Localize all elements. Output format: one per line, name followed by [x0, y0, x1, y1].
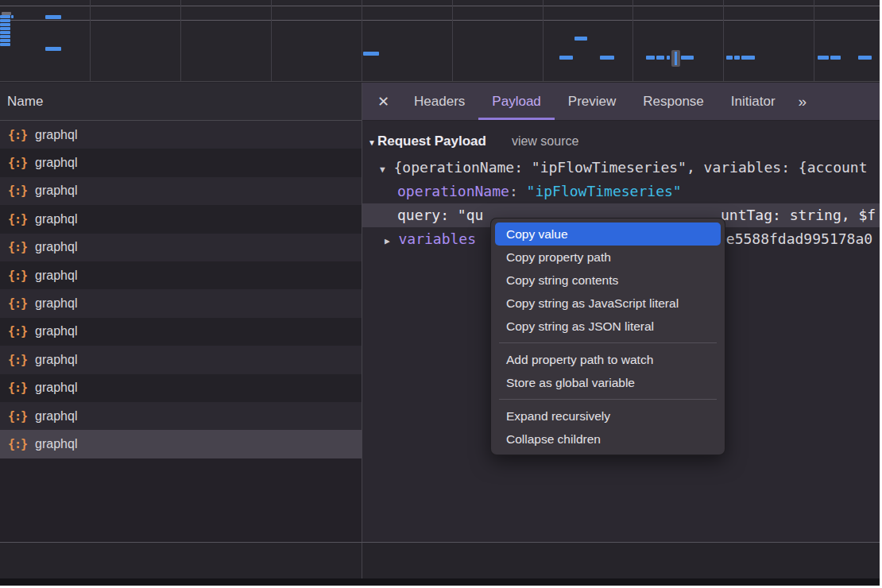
json-braces-icon: {:}: [8, 381, 27, 395]
requests-table: Name {:}graphql{:}graphql{:}graphql{:}gr…: [0, 83, 362, 542]
timeline-gridline-vertical: [632, 0, 633, 82]
request-name-label: graphql: [35, 324, 77, 338]
timeline-gridline-horizontal: [0, 20, 880, 21]
timeline-request-bar: [11, 15, 14, 18]
tabs-container: HeadersPayloadPreviewResponseInitiator: [400, 83, 788, 120]
request-row[interactable]: {:}graphql: [0, 430, 362, 458]
timeline-request-bar: [0, 27, 10, 30]
request-row[interactable]: {:}graphql: [0, 121, 362, 149]
property-key: operationName: [397, 183, 509, 199]
footer-divider: [0, 542, 880, 543]
timeline-gridline-vertical: [362, 0, 362, 82]
view-source-link[interactable]: view source: [512, 134, 578, 149]
json-braces-icon: {:}: [8, 296, 27, 311]
devtools-network-panel: Name {:}graphql{:}graphql{:}graphql{:}gr…: [0, 0, 880, 586]
request-row[interactable]: {:}graphql: [0, 261, 362, 289]
json-braces-icon: {:}: [8, 269, 27, 283]
timeline-request-bar: [656, 56, 664, 60]
menu-item-collapse-children[interactable]: Collapse children: [491, 427, 725, 451]
root-collapse-caret-icon[interactable]: ▼: [380, 164, 385, 175]
tab-response[interactable]: Response: [629, 83, 718, 120]
request-name-label: graphql: [35, 269, 77, 283]
context-menu: Copy valueCopy property pathCopy string …: [490, 218, 725, 455]
timeline-gridline-vertical: [814, 0, 814, 82]
request-row[interactable]: {:}graphql: [0, 205, 362, 233]
menu-item-copy-string-as-json-literal[interactable]: Copy string as JSON literal: [491, 315, 725, 338]
timeline-request-bar: [830, 56, 841, 60]
name-column-header[interactable]: Name: [0, 83, 362, 121]
menu-item-expand-recursively[interactable]: Expand recursively: [491, 404, 725, 427]
query-row-left-text: query: "qu: [397, 207, 483, 223]
request-rows: {:}graphql{:}graphql{:}graphql{:}graphql…: [0, 121, 362, 458]
close-icon[interactable]: ✕: [362, 83, 400, 120]
request-name-label: graphql: [35, 128, 77, 142]
request-row[interactable]: {:}graphql: [0, 318, 362, 346]
menu-item-add-property-path-to-watch[interactable]: Add property path to watch: [491, 348, 725, 371]
timeline-request-bar: [741, 56, 755, 60]
tab-preview[interactable]: Preview: [555, 83, 629, 120]
variables-row-right-text: ee5588fdad995178a0: [718, 227, 872, 251]
json-braces-icon: {:}: [8, 212, 27, 226]
property-colon: :: [509, 183, 527, 199]
timeline-gridline-horizontal: [0, 6, 880, 6]
menu-separator: [499, 342, 717, 343]
tab-initiator[interactable]: Initiator: [718, 83, 789, 120]
request-name-label: graphql: [35, 156, 77, 170]
request-name-label: graphql: [35, 240, 77, 254]
timeline-request-bar: [0, 35, 10, 38]
network-overview-timeline[interactable]: [0, 0, 880, 82]
timeline-gridline-vertical: [180, 0, 181, 82]
timeline-request-bar: [667, 56, 670, 60]
json-braces-icon: {:}: [8, 409, 27, 424]
root-object-preview: {operationName: "ipFlowTimeseries", vari…: [393, 159, 867, 176]
section-title: Request Payload: [377, 133, 486, 149]
timeline-request-bar: [675, 52, 677, 65]
tab-payload[interactable]: Payload: [478, 83, 554, 120]
timeline-gridline-vertical: [543, 0, 544, 82]
timeline-gridline-vertical: [271, 0, 272, 82]
payload-operationname-row[interactable]: operationName: "ipFlowTimeseries": [362, 180, 880, 203]
timeline-gridline-vertical: [90, 0, 91, 82]
request-row[interactable]: {:}graphql: [0, 289, 362, 317]
query-row-right-text: untTag: string, $f: [721, 203, 876, 227]
more-tabs-chevron-icon[interactable]: »: [789, 83, 815, 120]
menu-item-copy-value[interactable]: Copy value: [495, 222, 721, 246]
payload-root-row[interactable]: ▼ {operationName: "ipFlowTimeseries", va…: [362, 156, 880, 180]
timeline-request-bar: [600, 56, 614, 60]
request-name-label: graphql: [35, 381, 77, 395]
timeline-request-bar: [45, 15, 61, 19]
request-name-label: graphql: [35, 409, 77, 424]
json-braces-icon: {:}: [8, 128, 27, 142]
request-row[interactable]: {:}graphql: [0, 234, 362, 261]
request-name-label: graphql: [35, 212, 77, 226]
request-row[interactable]: {:}graphql: [0, 402, 362, 430]
request-row[interactable]: {:}graphql: [0, 346, 362, 373]
timeline-request-bar: [574, 37, 587, 41]
menu-item-copy-property-path[interactable]: Copy property path: [491, 246, 725, 269]
timeline-request-bar: [726, 56, 733, 60]
timeline-request-bar: [45, 47, 61, 51]
timeline-request-bar: [858, 56, 872, 60]
menu-item-copy-string-as-javascript-literal[interactable]: Copy string as JavaScript literal: [491, 292, 725, 315]
timeline-request-bar: [559, 56, 573, 60]
tab-headers[interactable]: Headers: [400, 83, 478, 120]
menu-item-store-as-global-variable[interactable]: Store as global variable: [491, 371, 725, 394]
request-row[interactable]: {:}graphql: [0, 177, 362, 205]
json-braces-icon: {:}: [8, 240, 27, 254]
timeline-request-bar: [0, 43, 10, 46]
panel-divider[interactable]: [362, 83, 362, 580]
timeline-request-bar: [0, 39, 10, 42]
menu-item-copy-string-contents[interactable]: Copy string contents: [491, 269, 725, 292]
detail-tab-bar: ✕ HeadersPayloadPreviewResponseInitiator…: [362, 83, 880, 121]
timeline-request-bar: [681, 56, 694, 60]
section-collapse-caret-icon[interactable]: ▼: [368, 138, 376, 147]
json-braces-icon: {:}: [8, 437, 27, 451]
menu-separator: [499, 399, 717, 400]
variables-expand-caret-icon[interactable]: ▶: [385, 236, 390, 246]
request-row[interactable]: {:}graphql: [0, 149, 362, 176]
json-braces-icon: {:}: [8, 184, 27, 198]
timeline-request-bar: [646, 56, 655, 60]
json-braces-icon: {:}: [8, 353, 27, 367]
request-row[interactable]: {:}graphql: [0, 374, 362, 402]
timeline-request-bar: [734, 56, 740, 60]
